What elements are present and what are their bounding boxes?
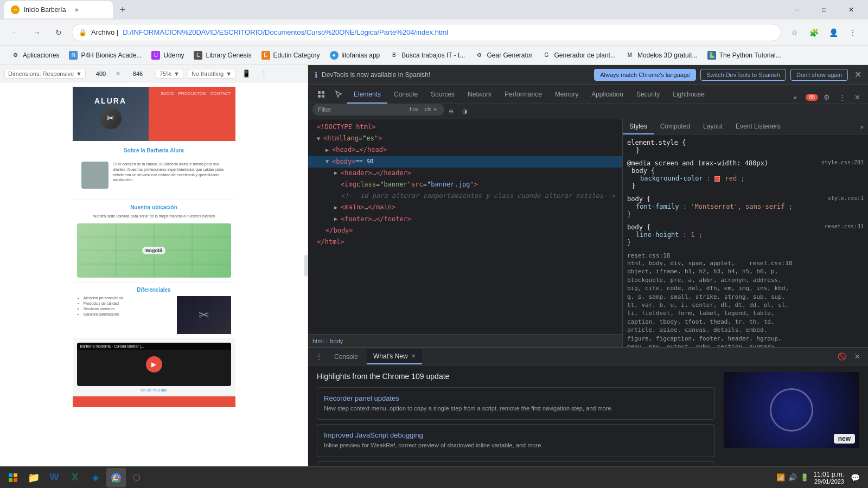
- tab-styles[interactable]: Styles: [623, 119, 654, 134]
- notification-center-button[interactable]: 💬: [848, 471, 861, 484]
- tab-console[interactable]: Console: [387, 86, 424, 104]
- bookmark-button[interactable]: ☆: [786, 24, 803, 41]
- taskbar-vs[interactable]: ⬡: [127, 468, 146, 487]
- height-input[interactable]: [124, 70, 151, 77]
- clear-console-button[interactable]: 🚫: [835, 350, 848, 363]
- close-button[interactable]: ✕: [839, 0, 864, 20]
- bottom-menu-button[interactable]: ⋮: [312, 350, 326, 363]
- taskbar-excel[interactable]: X: [65, 468, 85, 487]
- bookmark-p4h[interactable]: N P4H Bionics Acade...: [65, 48, 146, 63]
- tab-security[interactable]: Security: [630, 86, 666, 104]
- devtools-icon-button[interactable]: [312, 86, 330, 104]
- taskbar-word[interactable]: W: [44, 468, 64, 487]
- taskbar-file-explorer[interactable]: 📁: [24, 468, 43, 487]
- dom-line-img[interactable]: ▶ <img class =" banner " src =" banner.j…: [308, 179, 622, 190]
- hover-filter-button[interactable]: :hov: [408, 106, 418, 112]
- network-icon[interactable]: 📶: [776, 473, 785, 481]
- undock-button[interactable]: ✕: [851, 91, 864, 104]
- tab-computed[interactable]: Computed: [654, 119, 697, 134]
- dom-attr-link[interactable]: banner.jpg: [431, 179, 470, 190]
- dom-line-body-close[interactable]: </body>: [308, 225, 622, 236]
- class-filter-button[interactable]: .cls: [423, 106, 431, 112]
- devtools-inspect-button[interactable]: [330, 86, 347, 104]
- tab-elements[interactable]: Elements: [347, 86, 387, 104]
- volume-icon[interactable]: 🔊: [788, 473, 797, 481]
- tab-close-button[interactable]: ✕: [72, 5, 81, 14]
- tree-expand-icon[interactable]: ▼: [317, 134, 323, 143]
- taskbar-chrome[interactable]: [106, 468, 126, 487]
- tab-layout[interactable]: Layout: [697, 119, 729, 134]
- wn-item-recorder[interactable]: Recorder panel updates New step context …: [317, 387, 715, 420]
- tabs-more-button[interactable]: »: [789, 92, 801, 104]
- back-button[interactable]: ←: [7, 24, 24, 41]
- dom-line-main[interactable]: ▶ <main> … </main>: [308, 202, 622, 213]
- toggle-dark-light[interactable]: ◑: [458, 105, 471, 118]
- close-bottom-panel-button[interactable]: ✕: [851, 350, 864, 363]
- battery-icon[interactable]: 🔋: [800, 473, 809, 481]
- new-tab-button[interactable]: +: [115, 2, 130, 17]
- bookmark-edutin[interactable]: E Edutin Category: [257, 48, 324, 63]
- throttle-selector[interactable]: No throttling ▼: [188, 69, 235, 79]
- bookmark-python[interactable]: 🐍 The Python Tutorial...: [703, 48, 786, 63]
- settings-button[interactable]: ⚙: [820, 91, 833, 104]
- tree-expand-icon[interactable]: ▶: [326, 146, 332, 155]
- bookmark-busca[interactable]: B Busca trabajos IT - t...: [385, 48, 469, 63]
- youtube-link[interactable]: Ver en YouTube: [77, 388, 231, 392]
- more-options-button[interactable]: ⋮: [257, 67, 270, 80]
- taskbar-vscode[interactable]: ◈: [86, 468, 105, 487]
- start-button[interactable]: [2, 468, 24, 487]
- dom-line-html[interactable]: ▼ <html lang =" es ">: [308, 133, 622, 144]
- menu-button[interactable]: ⋮: [844, 24, 861, 41]
- bookmark-modelos[interactable]: M Modelos 3D gratuit...: [621, 48, 702, 63]
- wn-item-typescript[interactable]: Go to symbols for TypeScript: [317, 461, 715, 466]
- switch-language-button[interactable]: Switch DevTools to Spanish: [700, 69, 786, 81]
- device-toggle-button[interactable]: 📱: [240, 67, 253, 80]
- tree-expand-icon[interactable]: ▶: [334, 169, 341, 177]
- dom-line-comment[interactable]: ▶ <!-- id para alterar comportamientos y…: [308, 190, 622, 202]
- forward-button[interactable]: →: [28, 24, 46, 41]
- bookmark-aplicaciones[interactable]: ⚙ Aplicaciones: [7, 48, 63, 63]
- styles-tabs-more[interactable]: »: [856, 121, 868, 133]
- dom-line-html-close[interactable]: </html>: [308, 236, 622, 248]
- dom-line-head[interactable]: ▶ <head> … </head>: [308, 144, 622, 156]
- wn-item-debugging[interactable]: Improved JavaScript debugging Inline pre…: [317, 424, 715, 457]
- bookmark-gear[interactable]: ⚙ Gear Generator: [470, 48, 537, 63]
- zoom-selector[interactable]: 75% ▼: [156, 69, 183, 79]
- error-count-badge[interactable]: 85: [806, 94, 818, 101]
- match-language-button[interactable]: Always match Chrome's language: [594, 69, 696, 81]
- bookmark-generador[interactable]: G Generador de plant...: [538, 48, 620, 63]
- system-clock[interactable]: 11:01 p.m. 29/01/2023: [813, 471, 844, 485]
- add-style-button[interactable]: +: [433, 106, 437, 113]
- reload-button[interactable]: ↻: [50, 24, 67, 41]
- video-play-button[interactable]: ▶: [146, 356, 162, 373]
- active-tab[interactable]: ✂ Inicio Barbería ✕: [4, 1, 113, 18]
- color-swatch[interactable]: [714, 176, 720, 182]
- tab-lighthouse[interactable]: Lighthouse: [666, 86, 711, 104]
- dom-line-footer[interactable]: ▶ <footer> … </footer>: [308, 214, 622, 225]
- dom-filter-input[interactable]: [333, 106, 408, 113]
- close-whats-new-button[interactable]: ✕: [411, 353, 416, 359]
- breadcrumb-body[interactable]: body: [330, 338, 343, 344]
- tab-event-listeners[interactable]: Event Listeners: [729, 119, 787, 134]
- tree-expand-icon[interactable]: ▶: [334, 215, 341, 223]
- extensions-button[interactable]: 🧩: [805, 24, 822, 41]
- tab-sources[interactable]: Sources: [424, 86, 461, 104]
- video-preview[interactable]: ▶ new: [724, 372, 859, 448]
- width-input[interactable]: [90, 70, 112, 77]
- tab-console-bottom[interactable]: Console: [328, 349, 365, 364]
- tab-performance[interactable]: Performance: [498, 86, 548, 104]
- resize-handle[interactable]: [304, 255, 308, 277]
- tab-network[interactable]: Network: [461, 86, 498, 104]
- minimize-button[interactable]: ─: [784, 0, 809, 20]
- dom-line-header[interactable]: ▶ <header> … </header>: [308, 168, 622, 179]
- bookmark-libgen[interactable]: L Library Genesis: [189, 48, 256, 63]
- dont-show-button[interactable]: Don't show again: [790, 69, 848, 81]
- bookmark-udemy[interactable]: U Udemy: [147, 48, 188, 63]
- close-notification-button[interactable]: ✕: [854, 69, 861, 80]
- dom-line-body[interactable]: ▼ <body> == $0: [308, 156, 622, 168]
- dom-line-doctype[interactable]: <!DOCTYPE html>: [308, 121, 622, 133]
- profile-button[interactable]: 👤: [825, 24, 842, 41]
- tree-expand-icon[interactable]: ▶: [334, 203, 341, 212]
- tree-expand-icon[interactable]: ▼: [326, 157, 332, 166]
- breadcrumb-html[interactable]: html: [312, 338, 324, 344]
